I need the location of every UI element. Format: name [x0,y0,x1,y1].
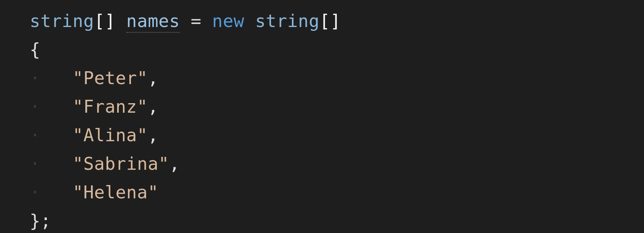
code-line-1: string[] names = new string[] [30,11,341,33]
code-line-brace-open: { [30,39,40,60]
indent [40,96,73,117]
comma: , [148,68,158,88]
open-brace: { [30,39,40,60]
code-editor-content[interactable]: string[] names = new string[] { · "Peter… [0,0,644,233]
space [201,11,212,31]
space [180,11,191,31]
indent [40,125,73,145]
new-keyword: new [212,11,244,31]
brackets: [] [94,11,115,31]
code-line-brace-close: }; [30,211,51,231]
indent-guide: · [30,68,40,88]
code-line-item: · "Peter", [30,68,158,88]
string-literal: "Sabrina" [73,153,169,174]
string-literal: "Alina" [73,125,148,145]
string-literal: "Helena" [73,182,159,203]
code-line-item: · "Helena" [30,182,158,203]
indent-guide: · [30,182,40,203]
variable-name: names [126,11,180,33]
indent-guide: · [30,125,40,145]
type-keyword: string [255,11,319,31]
type-keyword: string [30,11,94,31]
comma: , [148,96,158,117]
comma: , [169,153,180,174]
comma: , [148,125,158,145]
code-line-item: · "Sabrina", [30,153,180,174]
string-literal: "Peter" [73,68,148,88]
space [116,11,126,31]
indent [40,182,73,203]
close-brace-semicolon: }; [30,211,51,231]
code-line-item: · "Alina", [30,125,158,145]
space [244,11,255,31]
code-line-item: · "Franz", [30,96,158,117]
indent [40,153,73,174]
indent [40,68,73,88]
equals-operator: = [191,11,201,31]
string-literal: "Franz" [73,96,148,117]
indent-guide: · [30,96,40,117]
brackets: [] [319,11,341,31]
indent-guide: · [30,153,40,174]
